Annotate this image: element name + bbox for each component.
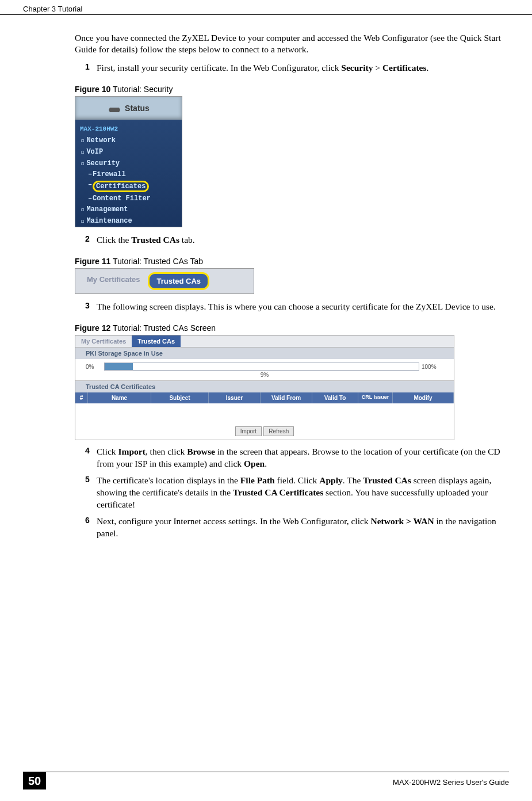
storage-100pct: 100%	[422, 364, 443, 370]
step-1: 1 First, install your security certifica…	[85, 62, 509, 74]
pki-storage-header: PKI Storage Space in Use	[75, 347, 454, 359]
storage-progress-fill	[105, 363, 133, 370]
cert-buttons: Import Refresh	[75, 424, 454, 440]
step-number: 5	[85, 475, 97, 511]
step-text: Click Import, then click Browse in the s…	[97, 446, 509, 470]
step-number: 4	[85, 446, 97, 470]
nav-content-filter[interactable]: Content Filter	[75, 193, 182, 204]
col-num: #	[75, 392, 88, 403]
intro-paragraph: Once you have connected the ZyXEL Device…	[75, 32, 509, 55]
col-valid-to: Valid To	[312, 392, 358, 403]
step-number: 1	[85, 62, 97, 74]
storage-row: 0% 100%	[75, 359, 454, 372]
nav-certificates[interactable]: Certificates	[75, 180, 182, 193]
tab-my-certificates-2[interactable]: My Certificates	[75, 335, 132, 347]
col-modify: Modify	[393, 392, 454, 403]
storage-progress-bar	[104, 363, 419, 371]
nav-status-button[interactable]: Status	[75, 97, 182, 120]
highlight-certificates: Certificates	[93, 181, 149, 192]
tab-trusted-cas[interactable]: Trusted CAs	[148, 272, 209, 290]
footer-guide-label: MAX-200HW2 Series User's Guide	[393, 778, 509, 787]
step-text: Next, configure your Internet access set…	[97, 516, 509, 540]
step-text: Click the Trusted CAs tab.	[97, 234, 195, 246]
import-button[interactable]: Import	[235, 426, 262, 436]
storage-0pct: 0%	[86, 364, 102, 370]
step-3: 3 The following screen displays. This is…	[85, 301, 509, 313]
chapter-label: Chapter 3 Tutorial	[23, 5, 82, 13]
col-crl-issuer: CRL Issuer	[358, 392, 393, 403]
nav-voip[interactable]: VoIP	[75, 146, 182, 158]
step-number: 6	[85, 516, 97, 540]
nav-network[interactable]: Network	[75, 135, 182, 146]
main-content: Once you have connected the ZyXEL Device…	[0, 15, 532, 540]
figure-12-screen: My Certificates Trusted CAs PKI Storage …	[75, 335, 454, 440]
page-footer: 50 MAX-200HW2 Series User's Guide	[23, 772, 509, 789]
cert-table-header: # Name Subject Issuer Valid From Valid T…	[75, 392, 454, 403]
step-6: 6 Next, configure your Internet access s…	[85, 516, 509, 540]
storage-used-pct: 9%	[75, 372, 454, 380]
fig12-tabs: My Certificates Trusted CAs	[75, 335, 454, 347]
refresh-button[interactable]: Refresh	[263, 426, 294, 436]
tab-my-certificates[interactable]: My Certificates	[80, 272, 147, 290]
figure-11-label: Figure 11 Tutorial: Trusted CAs Tab	[75, 257, 509, 266]
page-number: 50	[23, 772, 46, 789]
nav-maintenance[interactable]: Maintenance	[75, 215, 182, 227]
step-number: 3	[85, 301, 97, 313]
nav-security[interactable]: Security	[75, 158, 182, 169]
step-text: First, install your security certificate…	[97, 62, 428, 74]
nav-firewall[interactable]: Firewall	[75, 169, 182, 180]
status-icon	[108, 103, 121, 113]
trusted-ca-cert-header: Trusted CA Certificates	[75, 380, 454, 392]
col-subject: Subject	[151, 392, 209, 403]
col-valid-from: Valid From	[261, 392, 312, 403]
step-5: 5 The certificate's location displays in…	[85, 475, 509, 511]
col-issuer: Issuer	[209, 392, 261, 403]
nav-management[interactable]: Management	[75, 204, 182, 215]
figure-11-tabs: My Certificates Trusted CAs	[75, 268, 254, 294]
step-number: 2	[85, 234, 97, 246]
step-2: 2 Click the Trusted CAs tab.	[85, 234, 509, 246]
figure-10-label: Figure 10 Tutorial: Security	[75, 85, 509, 94]
nav-model-label: MAX-210HW2	[75, 120, 182, 135]
step-text: The following screen displays. This is w…	[97, 301, 496, 313]
col-name: Name	[88, 392, 151, 403]
tab-trusted-cas-2[interactable]: Trusted CAs	[132, 335, 181, 347]
figure-10-nav-panel: Status MAX-210HW2 Network VoIP Security …	[75, 96, 182, 227]
step-text: The certificate's location displays in t…	[97, 475, 509, 511]
page-header: Chapter 3 Tutorial	[0, 0, 532, 15]
cert-table-empty	[75, 403, 454, 424]
figure-12-label: Figure 12 Tutorial: Trusted CAs Screen	[75, 323, 509, 333]
step-4: 4 Click Import, then click Browse in the…	[85, 446, 509, 470]
